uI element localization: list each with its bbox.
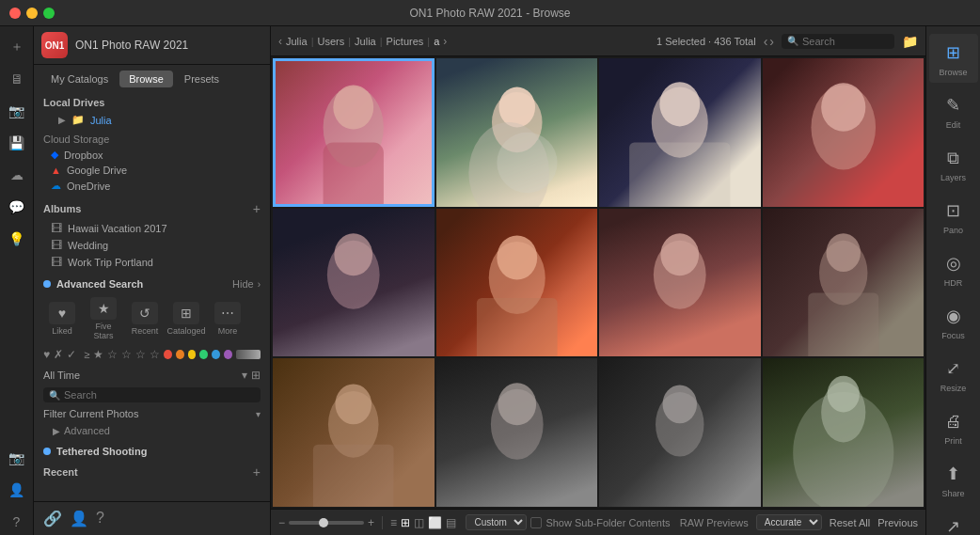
filter-recent[interactable]: ↺ Recent [126,302,164,336]
filter-more[interactable]: ⋯ More [209,302,246,336]
cloud-item-dropbox[interactable]: ◆ Dropbox [34,147,270,163]
star-3[interactable]: ☆ [121,348,132,361]
time-expand-icon[interactable]: ▾ [242,369,247,382]
grid-view-icon[interactable]: ⊞ [401,516,410,529]
photo-cell[interactable] [599,209,761,357]
close-button[interactable] [9,8,21,19]
sidebar-bottom-icon-2[interactable]: 👤 [70,510,88,527]
advanced-search-input[interactable] [64,389,255,401]
photo-cell[interactable] [763,358,925,507]
zoom-plus-icon[interactable]: + [368,516,374,529]
rail-icon-camera[interactable]: 📷 [4,98,30,124]
grid-view-icon[interactable]: ⊞ [251,369,261,382]
strip-view-icon[interactable]: ▤ [446,516,456,529]
compare-view-icon[interactable]: ◫ [414,516,424,529]
rail-icon-monitor[interactable]: 🖥 [4,66,30,92]
breadcrumb-back-icon[interactable]: ‹ [278,35,282,48]
breadcrumb-a[interactable]: a [434,36,439,47]
hide-button[interactable]: Hide [232,278,254,290]
check-filter-icon[interactable]: ✓ [67,348,76,361]
add-recent-button[interactable]: + [253,464,261,480]
filter-expand-icon[interactable]: ▾ [256,409,261,419]
view-options-select[interactable]: Custom [466,514,527,530]
sidebar-bottom-icon-3[interactable]: ? [96,510,104,527]
rail-icon-help[interactable]: ? [4,509,30,535]
color-filter-orange[interactable] [176,350,184,359]
color-filter-green[interactable] [199,350,208,359]
x-filter-icon[interactable]: ✗ [54,348,63,361]
color-filter-yellow[interactable] [188,350,197,359]
photo-cell[interactable] [599,58,761,207]
rail-icon-cloud[interactable]: ☁ [4,162,30,188]
star-4[interactable]: ☆ [135,348,146,361]
nav-prev-icon[interactable]: ‹ [764,34,768,49]
photo-cell[interactable] [763,58,925,207]
sidebar-bottom-icon-1[interactable]: 🔗 [43,510,62,527]
photo-cell[interactable] [273,58,435,207]
right-panel-edit[interactable]: ✎ Edit [929,87,978,135]
previous-button[interactable]: Previous [877,517,918,528]
heart-filter-icon[interactable]: ♥ [43,348,50,361]
sub-folder-checkbox[interactable] [530,517,542,528]
breadcrumb-pictures[interactable]: Pictures [387,36,424,47]
color-filter-red[interactable] [164,350,172,359]
star-1[interactable]: ★ [93,348,103,361]
full-view-icon[interactable]: ⬜ [428,516,442,529]
right-panel-hdr[interactable]: ◎ HDR [929,244,978,293]
cloud-item-gdrive[interactable]: ▲ Google Drive [34,163,270,178]
filter-five-stars[interactable]: ★ Five Stars [85,297,122,340]
tab-browse[interactable]: Browse [119,71,173,87]
rail-icon-person[interactable]: 👤 [4,477,30,503]
right-panel-export[interactable]: ↗ Export [929,508,978,535]
rail-icon-chat[interactable]: 💬 [4,194,30,220]
advanced-toggle[interactable]: ▶ Advanced [34,423,270,438]
star-5[interactable]: ☆ [150,348,160,361]
zoom-minus-icon[interactable]: − [278,516,285,529]
color-filter-blue[interactable] [212,350,220,359]
top-search-input[interactable] [802,36,889,47]
breadcrumb-forward-icon[interactable]: › [443,35,447,48]
rail-icon-add[interactable]: ＋ [4,34,30,60]
rail-icon-hard-drive[interactable]: 💾 [4,130,30,156]
tab-presets[interactable]: Presets [175,71,229,87]
album-item-work-trip[interactable]: 🎞 Work Trip Portland [34,254,270,271]
cloud-item-onedrive[interactable]: ☁ OneDrive [34,178,270,194]
right-panel-share[interactable]: ⬆ Share [929,455,978,504]
photo-cell[interactable] [436,358,598,507]
maximize-button[interactable] [43,8,55,19]
list-view-icon[interactable]: ≡ [390,516,397,529]
breadcrumb-users[interactable]: Users [317,36,344,47]
breadcrumb-julia2[interactable]: Julia [355,36,376,47]
breadcrumb-julia[interactable]: Julia [286,36,308,47]
zoom-slider[interactable] [289,521,364,525]
reset-all-button[interactable]: Reset All [830,517,870,528]
right-panel-print[interactable]: 🖨 Print [929,402,978,451]
album-item-wedding[interactable]: 🎞 Wedding [34,237,270,254]
rail-icon-camera2[interactable]: 📷 [4,445,30,471]
star-2[interactable]: ☆ [107,348,118,361]
right-panel-focus[interactable]: ◉ Focus [929,297,978,346]
right-panel-pano[interactable]: ⊡ Pano [929,192,978,241]
tab-my-catalogs[interactable]: My Catalogs [41,71,118,87]
drive-item-julia[interactable]: ▶ 📁 Julia [34,112,270,128]
filter-cataloged[interactable]: ⊞ Cataloged [167,302,205,336]
color-filter-purple[interactable] [224,350,232,359]
add-album-button[interactable]: + [253,201,261,216]
album-item-hawaii[interactable]: 🎞 Hawaii Vacation 2017 [34,220,270,237]
photo-cell[interactable] [273,209,435,357]
folder-button[interactable]: 📁 [902,34,918,49]
color-filter-gradient[interactable] [236,350,261,359]
minimize-button[interactable] [26,8,38,19]
accuracy-select[interactable]: Accurate [756,514,822,530]
filter-liked[interactable]: ♥ Liked [43,302,81,336]
photo-cell[interactable] [436,58,598,207]
photo-cell[interactable] [599,358,761,507]
photo-cell[interactable] [273,358,435,507]
photo-cell[interactable] [436,209,598,357]
nav-next-icon[interactable]: › [769,34,774,49]
right-panel-browse[interactable]: ⊞ Browse [929,34,978,83]
right-panel-resize[interactable]: ⤢ Resize [929,350,978,399]
rail-icon-lightbulb[interactable]: 💡 [4,226,30,252]
photo-cell[interactable] [763,209,925,357]
right-panel-layers[interactable]: ⧉ Layers [929,139,978,188]
